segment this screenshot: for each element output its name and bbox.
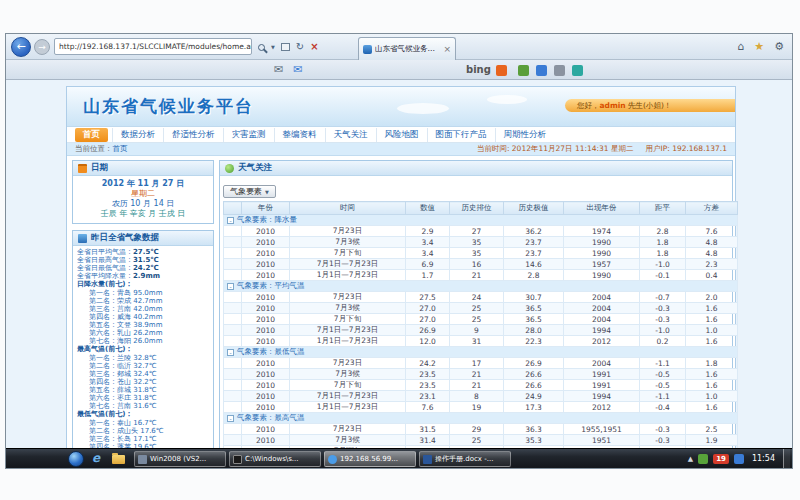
- table-row[interactable]: 20107月1日—7月23日23.1824.91994-1.11.0: [224, 391, 738, 402]
- browser-navbar: ← → http://192.168.137.1/SLCCLIMATE/modu…: [6, 34, 792, 60]
- taskbar-button-label: Win2008 (VS2...: [150, 455, 206, 463]
- table-row[interactable]: 20107月3候3.43523.719901.84.8: [224, 237, 738, 248]
- ranking-entry: 第七名：海阳 26.0mm: [77, 337, 209, 345]
- page-container: 山东省气候业务平台 您好，admin 先生(小姐)！ 首页数据分析舒适性分析灾害…: [66, 86, 736, 448]
- browser-right-icons: ⌂ ★ ⚙: [737, 40, 784, 53]
- calendar-icon: [78, 164, 87, 173]
- table-row[interactable]: 20101月1日—7月23日7.61917.32012-0.41.6: [224, 402, 738, 413]
- collapse-icon[interactable]: -: [227, 415, 234, 422]
- column-header: 数值: [406, 202, 450, 215]
- show-desktop-button[interactable]: [783, 449, 790, 469]
- tray-chevron-up-icon[interactable]: ▲: [688, 455, 693, 463]
- compatibility-view-icon[interactable]: [281, 43, 290, 51]
- table-row[interactable]: 20107月下旬23.52126.61991-0.51.6: [224, 380, 738, 391]
- table-row[interactable]: 20107月23日24.21726.92004-1.11.8: [224, 358, 738, 369]
- table-row[interactable]: 20107月23日27.52430.72004-0.72.0: [224, 292, 738, 303]
- tray-icon-antivirus[interactable]: [698, 454, 708, 464]
- column-header: [224, 202, 242, 215]
- menu-item-9[interactable]: 周期性分析: [495, 128, 555, 142]
- table-row[interactable]: 20107月3候23.52126.61991-0.51.6: [224, 369, 738, 380]
- taskbar-clock[interactable]: 11:54: [749, 454, 778, 463]
- menu-item-6[interactable]: 天气关注: [325, 128, 376, 142]
- collapse-icon[interactable]: -: [227, 217, 234, 224]
- back-button[interactable]: ←: [11, 37, 31, 57]
- table-group-row[interactable]: -气象要素：平均气温: [224, 281, 738, 292]
- tab-close-icon[interactable]: ×: [443, 44, 451, 54]
- table-row[interactable]: 20107月23日31.52936.31955,1951-0.32.5: [224, 424, 738, 435]
- ranking-entry: 第六名：枣庄 31.8℃: [77, 394, 209, 402]
- refresh-icon[interactable]: ↻: [296, 42, 304, 52]
- taskbar-button-label: C:\Windows\s...: [245, 455, 299, 463]
- ranking-entry: 第一名：青岛 95.0mm: [77, 289, 209, 297]
- menu-item-2[interactable]: 数据分析: [112, 128, 163, 142]
- browser-tab[interactable]: 山东省气候业务平... ×: [358, 37, 456, 60]
- send-mail-icon[interactable]: ✉: [293, 63, 302, 76]
- menu-item-4[interactable]: 灾害监测: [223, 128, 274, 142]
- table-group-row[interactable]: -气象要素：最低气温: [224, 347, 738, 358]
- search-icon[interactable]: [258, 44, 265, 51]
- element-filter-button[interactable]: 气象要素 ▼: [223, 185, 276, 198]
- table-row[interactable]: 20101月1日—7月23日1.7212.81990-0.10.4: [224, 270, 738, 281]
- addon-icon-2[interactable]: [536, 65, 547, 76]
- bing-logo[interactable]: bing: [466, 64, 491, 75]
- collapse-icon[interactable]: -: [227, 283, 234, 290]
- menu-item-8[interactable]: 图面下行产品: [427, 128, 495, 142]
- address-bar[interactable]: http://192.168.137.1/SLCCLIMATE/modules/…: [54, 38, 252, 55]
- ranking-section-title-2: 最高气温(前七)：: [77, 345, 209, 354]
- breadcrumb-home-link[interactable]: 首页: [113, 144, 128, 153]
- status-info: 当前时间: 2012年11月27日 11:14:31 星期二 用户IP: 192…: [477, 144, 727, 154]
- mail-icon[interactable]: ✉: [274, 63, 283, 76]
- table-row[interactable]: 20107月3候31.42535.31951-0.31.9: [224, 435, 738, 446]
- taskbar-button-2[interactable]: C:\Windows\s...: [229, 451, 321, 467]
- addon-icon-3[interactable]: [554, 65, 565, 76]
- weather-summary-panel: 昨日全省气象数据 全省日平均气温：27.5℃全省日最高气温：31.5℃全省日最低…: [72, 230, 214, 448]
- collapse-icon[interactable]: -: [227, 349, 234, 356]
- ie-taskbar-icon[interactable]: e: [92, 451, 100, 465]
- taskbar-button-1[interactable]: Win2008 (VS2...: [134, 451, 226, 467]
- table-row[interactable]: 20107月下旬3.43523.719901.84.8: [224, 248, 738, 259]
- forward-button[interactable]: →: [34, 39, 50, 55]
- page-title: 山东省气候业务平台: [83, 95, 254, 118]
- menu-item-5[interactable]: 整编资料: [274, 128, 325, 142]
- weather-summary-line-4: 全省平均降水量：2.9mm: [77, 272, 209, 280]
- taskbar-button-4[interactable]: 操作手册.docx -...: [419, 451, 511, 467]
- home-icon[interactable]: ⌂: [737, 40, 744, 53]
- menu-item-3[interactable]: 舒适性分析: [163, 128, 223, 142]
- chevron-down-icon[interactable]: ▼: [271, 44, 275, 50]
- menu-item-1[interactable]: 首页: [75, 128, 108, 142]
- menu-item-7[interactable]: 风险地图: [376, 128, 427, 142]
- table-row[interactable]: 20107月下旬27.02536.52004-0.31.6: [224, 314, 738, 325]
- explorer-folder-icon[interactable]: [112, 455, 125, 464]
- table-group-row[interactable]: -气象要素：最高气温: [224, 413, 738, 424]
- ie-icon: [328, 455, 337, 464]
- date-panel-header: 日期: [73, 161, 213, 176]
- weather-focus-header: 天气关注: [220, 161, 732, 176]
- addon-icon-4[interactable]: [572, 65, 583, 76]
- favorites-star-icon[interactable]: ★: [754, 40, 764, 53]
- ranking-entry: 第七名：莒南 31.6℃: [77, 402, 209, 410]
- tray-icon-network[interactable]: [734, 454, 744, 464]
- date-line-1: 2012 年 11 月 27 日: [77, 179, 209, 189]
- settings-gear-icon[interactable]: ⚙: [774, 40, 784, 53]
- ranking-entry: 第五名：薛城 31.8℃: [77, 386, 209, 394]
- table-row[interactable]: 20101月1日—7月23日12.03122.320120.21.6: [224, 336, 738, 347]
- table-row[interactable]: 20107月1日—7月23日6.91614.61957-1.02.3: [224, 259, 738, 270]
- greeting-prefix: 您好，: [577, 101, 600, 110]
- notification-badge[interactable]: 19: [713, 454, 729, 464]
- table-row[interactable]: 20107月3候27.02536.52004-0.31.6: [224, 303, 738, 314]
- stop-icon[interactable]: ×: [310, 42, 318, 52]
- table-group-row[interactable]: -气象要素：降水量: [224, 215, 738, 226]
- user-ip: 用户IP: 192.168.137.1: [645, 144, 727, 154]
- greeting-suffix: 先生(小姐)！: [626, 101, 672, 110]
- browser-window: ← → http://192.168.137.1/SLCCLIMATE/modu…: [5, 33, 793, 469]
- addon-icon-1[interactable]: [518, 65, 529, 76]
- table-row[interactable]: 20107月23日2.92736.219742.87.6: [224, 226, 738, 237]
- start-button[interactable]: [68, 451, 84, 467]
- addon-tile-icon[interactable]: [496, 65, 507, 76]
- browser-command-bar: ✉ ✉ bing: [6, 60, 792, 80]
- weather-summary-line-2: 全省日最高气温：31.5℃: [77, 256, 209, 264]
- weather-focus-title: 天气关注: [238, 162, 272, 174]
- tab-title: 山东省气候业务平...: [375, 44, 440, 54]
- table-row[interactable]: 20107月1日—7月23日26.9928.01994-1.01.0: [224, 325, 738, 336]
- taskbar-button-3[interactable]: 192.168.56.99...: [324, 451, 416, 467]
